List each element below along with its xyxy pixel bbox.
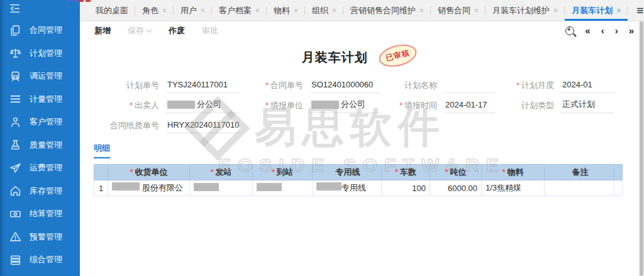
next-page-button[interactable]: › <box>615 26 618 35</box>
close-icon[interactable]: × <box>201 6 205 15</box>
tab-bar: 我的桌面 角色× 用户× 客户档案× 物料× 组织× 营销销售合同维护× 销售合… <box>80 0 644 21</box>
menu-fold-icon <box>9 3 21 16</box>
close-icon[interactable]: × <box>162 6 167 15</box>
cell-departure-station[interactable] <box>190 180 253 196</box>
sidebar-item-label: 合同管理 <box>30 25 62 36</box>
plan-no-input[interactable]: TYSJ240117001 <box>166 78 240 93</box>
toolbar: 新增 保存 作废 审批 « ‹ › » <box>80 21 644 40</box>
zoom-icon[interactable] <box>565 26 574 35</box>
vertical-scrollbar[interactable] <box>639 21 644 276</box>
sidebar-item-freight[interactable]: 运费管理 <box>0 157 80 180</box>
last-page-button[interactable]: » <box>629 26 634 35</box>
prev-page-button[interactable]: ‹ <box>601 26 604 35</box>
field-seller: *出卖人 分公司 <box>94 97 249 114</box>
cell-arrival-station[interactable] <box>253 180 313 196</box>
plan-month-input[interactable]: 2024-01 <box>561 78 614 93</box>
tab-my-desktop[interactable]: 我的桌面 <box>89 0 135 21</box>
field-reporting-unit: *填报单位 分公司 <box>249 97 389 114</box>
close-icon[interactable]: × <box>332 6 336 15</box>
person-icon <box>9 116 21 128</box>
sidebar-item-plan[interactable]: 计划管理 <box>0 42 80 65</box>
cell-material[interactable]: 1/3焦精煤 <box>482 180 545 196</box>
void-button[interactable]: 作废 <box>169 25 185 36</box>
cell-car-count[interactable]: 100 <box>382 180 430 196</box>
warning-icon <box>9 231 21 243</box>
tab-monthly-loading-plan-maintain[interactable]: 月装车计划维护× <box>486 0 565 21</box>
paper-contract-no-input[interactable]: HRYX20240117010 <box>166 118 240 133</box>
cell-remark[interactable] <box>545 180 614 196</box>
close-icon[interactable]: × <box>553 6 558 15</box>
contract-no-input[interactable]: SO12401000060 <box>310 78 380 93</box>
tab-user[interactable]: 用户× <box>174 0 212 21</box>
train-icon <box>9 70 21 82</box>
plan-name-input[interactable] <box>444 78 495 93</box>
tab-list-menu-icon[interactable]: ≡ <box>628 0 644 21</box>
first-page-button[interactable]: « <box>585 26 590 35</box>
col-tonnage[interactable]: *吨位 <box>430 165 482 180</box>
col-remark[interactable]: 备注 <box>545 165 614 180</box>
tab-role[interactable]: 角色× <box>135 0 174 21</box>
field-plan-name: 计划名称 <box>389 77 504 94</box>
add-button[interactable]: 新增 <box>94 25 111 36</box>
col-row-number <box>94 165 108 180</box>
col-departure-station[interactable]: *发站 <box>190 165 253 180</box>
field-reporting-time: *填报时间 2024-01-17 <box>389 97 504 114</box>
sidebar-item-label: 结算管理 <box>30 208 62 219</box>
close-icon[interactable]: × <box>294 6 298 15</box>
sidebar-item-label: 综合管理 <box>30 254 62 265</box>
sidebar-item-transport[interactable]: 调运管理 <box>0 65 80 88</box>
redacted-text <box>257 183 282 191</box>
close-icon[interactable]: × <box>616 6 621 15</box>
close-icon[interactable]: × <box>474 6 479 15</box>
close-icon[interactable]: × <box>419 6 424 15</box>
col-consignee[interactable]: *收货单位 <box>108 165 190 180</box>
sidebar-item-settlement[interactable]: 结算管理 <box>0 202 80 226</box>
approve-button[interactable]: 审批 <box>202 25 218 36</box>
tab-customer-archive[interactable]: 客户档案× <box>212 0 267 21</box>
window-edge-artifact <box>79 0 84 2</box>
tab-detail[interactable]: 明细 <box>94 143 110 158</box>
sidebar-item-comprehensive[interactable]: 综合管理 <box>0 248 80 272</box>
col-material[interactable]: *物料 <box>482 165 545 180</box>
sidebar-item-label: 计划管理 <box>30 48 62 59</box>
cell-tonnage[interactable]: 6000.00 <box>430 180 482 196</box>
sidebar-item-measure[interactable]: 计量管理 <box>0 88 80 111</box>
sidebar-item-label: 质量管理 <box>30 140 62 151</box>
content: 月装车计划 已审核 计划单号 TYSJ240117001 *合同单号 SO124… <box>80 40 639 276</box>
field-contract-no: *合同单号 SO12401000060 <box>249 77 389 94</box>
tab-monthly-loading-plan[interactable]: 月装车计划× <box>565 0 628 21</box>
table-header-row: *收货单位 *发站 *到站 专用线 *车数 *吨位 *物料 备注 <box>94 165 623 180</box>
copy-icon <box>9 25 21 36</box>
sidebar-item-label: 运费管理 <box>30 162 62 174</box>
close-icon[interactable]: × <box>255 6 260 15</box>
tab-sales-contract-maintain[interactable]: 营销销售合同维护× <box>343 0 431 21</box>
reporting-unit-input[interactable]: 分公司 <box>310 97 380 113</box>
sidebar-item-customer[interactable]: 客户管理 <box>0 111 80 134</box>
cell-row-number: 1 <box>94 180 108 196</box>
seller-input[interactable]: 分公司 <box>166 97 240 113</box>
col-arrival-station[interactable]: *到站 <box>253 165 313 180</box>
plan-form: 计划单号 TYSJ240117001 *合同单号 SO12401000060 计… <box>94 77 630 134</box>
reporting-time-input[interactable]: 2024-01-17 <box>444 98 495 113</box>
save-button[interactable]: 保存 <box>128 25 152 36</box>
tab-organization[interactable]: 组织× <box>305 0 343 21</box>
cell-consignee[interactable]: 股份有限公 <box>108 180 190 196</box>
col-dedicated-line[interactable]: 专用线 <box>313 165 382 180</box>
field-plan-month: *计划月度 2024-01 <box>504 77 623 94</box>
tab-sales-contract[interactable]: 销售合同× <box>431 0 486 21</box>
sidebar-item-quality[interactable]: 质量管理 <box>0 134 80 157</box>
sidebar-collapse-button[interactable] <box>0 0 80 19</box>
flask-icon <box>9 139 21 151</box>
chevron-down-icon <box>147 26 153 33</box>
home-icon <box>9 185 21 197</box>
col-car-count[interactable]: *车数 <box>382 165 430 180</box>
tab-material[interactable]: 物料× <box>267 0 305 21</box>
sidebar-item-warning[interactable]: 预警管理 <box>0 226 80 249</box>
scrollbar-thumb[interactable] <box>640 21 643 276</box>
table-row[interactable]: 1 股份有限公 专用线 100 6000.00 1/3焦精煤 <box>94 180 623 196</box>
sidebar-item-inventory[interactable]: 库存管理 <box>0 180 80 203</box>
detail-table: *收货单位 *发站 *到站 专用线 *车数 *吨位 *物料 备注 1 股份有限公 <box>94 164 623 196</box>
sidebar-item-contract[interactable]: 合同管理 <box>0 19 80 42</box>
cell-dedicated-line[interactable]: 专用线 <box>313 180 382 196</box>
plan-type-input[interactable]: 正式计划 <box>561 97 614 113</box>
